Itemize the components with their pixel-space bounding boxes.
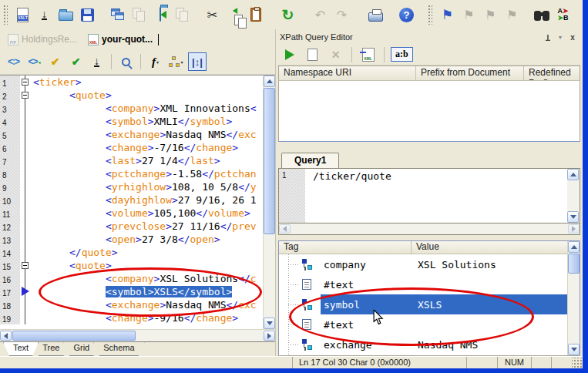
- prev-bookmark-button[interactable]: ⚑: [481, 5, 500, 25]
- scroll-up-button[interactable]: [567, 169, 579, 180]
- result-tag[interactable]: #text: [321, 274, 412, 294]
- fold-gutter[interactable]: [20, 207, 32, 220]
- fold-gutter[interactable]: [20, 115, 32, 128]
- save-button[interactable]: [78, 5, 97, 25]
- scroll-left-button[interactable]: [0, 331, 12, 341]
- result-row[interactable]: #text: [279, 314, 567, 334]
- fold-gutter[interactable]: [20, 102, 32, 115]
- fold-gutter[interactable]: [20, 311, 32, 324]
- clear-bookmarks-button[interactable]: ⚑: [502, 5, 522, 25]
- panel-close-button[interactable]: x: [566, 32, 579, 42]
- scroll-left-button[interactable]: [279, 224, 291, 234]
- scroll-up-button[interactable]: [568, 241, 580, 253]
- result-row[interactable]: exchangeNasdaq NMS: [279, 334, 567, 355]
- fold-gutter[interactable]: [20, 180, 32, 193]
- word-wrap-button[interactable]: <>◂: [25, 52, 43, 71]
- code-line[interactable]: 3 <company>XML Innovations<: [0, 102, 263, 115]
- print-button[interactable]: [366, 5, 385, 25]
- panel-menu-button[interactable]: ▼: [554, 32, 566, 42]
- scroll-right-button[interactable]: [264, 331, 275, 341]
- code-text[interactable]: <prevclose>27 11/16</prev: [32, 220, 257, 233]
- paste-button[interactable]: [246, 5, 265, 25]
- fold-collapse-icon[interactable]: [22, 92, 29, 99]
- fold-gutter[interactable]: [20, 246, 32, 259]
- cut-button[interactable]: ✂: [203, 5, 222, 25]
- delete-query-button[interactable]: ✕: [326, 45, 345, 65]
- code-line[interactable]: 14 </quote>: [0, 246, 263, 259]
- scroll-down-button[interactable]: [264, 318, 275, 329]
- namespace-prefix-toggle[interactable]: a:b: [391, 47, 413, 62]
- view-tab-grid[interactable]: Grid: [63, 342, 99, 356]
- insert-button[interactable]: ↓: [88, 52, 106, 71]
- code-text[interactable]: <quote>: [32, 89, 112, 102]
- xslt-transform-button[interactable]: XSLT: [13, 5, 32, 25]
- pin-button[interactable]: T: [542, 32, 554, 42]
- reload-file-button[interactable]: [150, 5, 170, 25]
- import-button[interactable]: ↓: [35, 5, 54, 25]
- code-text[interactable]: <company>XSL Solutions</c: [32, 272, 257, 285]
- view-tab-text[interactable]: Text: [3, 342, 39, 356]
- scroll-thumb[interactable]: [12, 331, 136, 341]
- scroll-down-button[interactable]: [567, 211, 579, 223]
- copy-window-button[interactable]: [129, 5, 148, 25]
- doc-tab-your-quotes[interactable]: XML your-quot...: [88, 34, 159, 45]
- code-text[interactable]: <symbol>XSLS</symbol>: [32, 285, 232, 298]
- bookmark-button[interactable]: ⚑: [438, 5, 457, 25]
- undo-button[interactable]: ↶: [311, 5, 330, 25]
- query-horizontal-scrollbar[interactable]: [278, 223, 580, 235]
- code-text[interactable]: <ticker>: [32, 76, 82, 89]
- results-vertical-scrollbar[interactable]: [567, 241, 580, 355]
- result-value[interactable]: [412, 314, 567, 334]
- code-line[interactable]: 15 <quote>: [0, 259, 263, 272]
- code-text[interactable]: <change>-9/16</change>: [32, 311, 238, 324]
- code-text[interactable]: <dayhighlow>27 9/16, 26 1: [32, 193, 257, 207]
- query-input-area[interactable]: 1 /ticker/quote: [278, 168, 580, 223]
- fold-gutter[interactable]: [20, 154, 32, 167]
- code-line[interactable]: 10 <dayhighlow>27 9/16, 26 1: [0, 193, 263, 207]
- xml-text-view[interactable]: 1<ticker>2 <quote>3 <company>XML Innovat…: [0, 75, 275, 329]
- fold-collapse-icon[interactable]: [22, 262, 29, 269]
- code-text[interactable]: <change>-7/16</change>: [32, 141, 238, 154]
- code-line[interactable]: 13 <open>27 3/8</open>: [0, 233, 263, 246]
- help-button[interactable]: ?: [397, 5, 416, 25]
- fold-gutter[interactable]: [20, 76, 32, 89]
- code-line[interactable]: 9 <yrhighlow>108, 10 5/8</y: [0, 180, 263, 193]
- editor-vertical-scrollbar[interactable]: [263, 76, 275, 329]
- results-header-value[interactable]: Value: [412, 241, 567, 254]
- fold-gutter[interactable]: [20, 167, 32, 180]
- code-line[interactable]: 19 <change>-9/16</change>: [0, 311, 263, 324]
- fold-gutter[interactable]: [20, 193, 32, 207]
- fold-gutter[interactable]: [20, 298, 32, 311]
- fold-gutter[interactable]: [20, 89, 32, 102]
- fold-gutter[interactable]: [20, 259, 32, 272]
- lock-window-button[interactable]: [172, 5, 191, 25]
- execute-query-button[interactable]: [280, 45, 299, 65]
- fold-gutter[interactable]: [20, 285, 32, 298]
- scroll-thumb[interactable]: [264, 88, 275, 234]
- schema-tree-button[interactable]: ▾: [167, 52, 185, 71]
- result-tag[interactable]: company: [321, 254, 412, 274]
- ns-header-redefined[interactable]: Redefined Prefix: [524, 66, 580, 80]
- code-text[interactable]: <company>XML Innovations<: [32, 102, 257, 115]
- code-line[interactable]: 5 <exchange>Nasdaq NMS</exc: [0, 128, 263, 141]
- text-selection-toggle[interactable]: |↕|: [188, 52, 207, 71]
- code-text[interactable]: <symbol>XMLI</symbol>: [32, 115, 232, 128]
- scroll-up-button[interactable]: [264, 76, 275, 87]
- ns-header-uri[interactable]: Namespace URI: [279, 66, 416, 80]
- result-tag[interactable]: exchange: [321, 334, 412, 355]
- code-line[interactable]: 1<ticker>: [0, 76, 263, 89]
- result-tag[interactable]: symbol: [321, 294, 412, 314]
- validate-button[interactable]: ✔: [67, 52, 85, 71]
- refresh-button[interactable]: ↻: [278, 5, 297, 25]
- query-text[interactable]: /ticker/quote: [305, 169, 567, 223]
- code-text[interactable]: <exchange>Nasdaq NMS</exc: [32, 128, 257, 141]
- query-vertical-scrollbar[interactable]: [567, 169, 580, 223]
- export-results-button[interactable]: XML: [358, 45, 378, 65]
- code-line[interactable]: 6 <change>-7/16</change>: [0, 141, 263, 154]
- code-text[interactable]: <quote>: [32, 259, 112, 272]
- editor-horizontal-scrollbar[interactable]: [0, 329, 275, 341]
- fold-gutter[interactable]: [20, 233, 32, 246]
- pretty-print-button[interactable]: <:>: [5, 52, 22, 71]
- results-header-tag[interactable]: Tag: [279, 241, 412, 254]
- result-value[interactable]: Nasdaq NMS: [412, 334, 567, 355]
